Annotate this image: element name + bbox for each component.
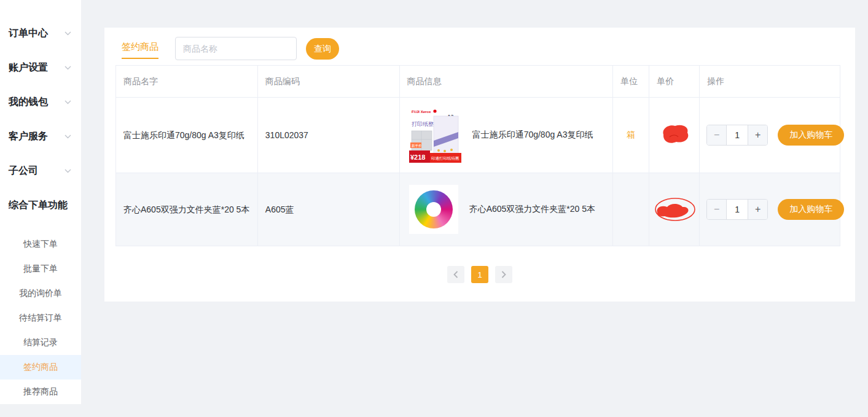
header-unit: 单位 [613, 66, 649, 98]
quantity-stepper: − + [706, 125, 768, 146]
header-actions: 操作 [700, 66, 840, 98]
next-page-button[interactable] [495, 266, 512, 283]
add-to-cart-button[interactable]: 加入购物车 [778, 125, 844, 146]
sidebar-group-customer-service[interactable]: 客户服务 [0, 119, 81, 154]
quantity-stepper: − + [706, 199, 768, 220]
tab-contracted-products[interactable]: 签约商品 [122, 41, 158, 59]
sidebar-item-contracted-products[interactable]: 签约商品 [0, 355, 81, 380]
chevron-down-icon [65, 100, 71, 104]
header-product-name: 商品名字 [116, 66, 258, 98]
sidebar-groups: 订单中心 账户设置 我的钱包 客户服务 子公司 [0, 0, 81, 222]
chevron-down-icon [65, 169, 71, 173]
sidebar-item-pending-settlement[interactable]: 待结算订单 [0, 306, 81, 330]
unit-cell [613, 173, 649, 246]
price-redaction-scribble [657, 122, 692, 148]
sidebar-group-combined-ordering[interactable]: 综合下单功能 [0, 188, 81, 222]
header-unit-price: 单价 [649, 66, 700, 98]
product-info-cell: FUJI Xerox A3 打印纸整箱 新手价 [400, 98, 614, 173]
product-info-cell: 齐心A605双强力文件夹蓝*20 5本 [400, 173, 614, 246]
chevron-right-icon [501, 271, 506, 278]
product-name-search-input[interactable] [175, 37, 297, 60]
header-product-info: 商品信息 [400, 66, 614, 98]
sidebar-item-batch-order[interactable]: 批量下单 [0, 257, 81, 281]
query-button[interactable]: 查询 [306, 38, 339, 60]
product-code-cell: 310L02037 [258, 98, 400, 173]
price-cell [649, 98, 700, 173]
product-image-comix-swirl-logo [409, 185, 458, 234]
sidebar-item-recommended-products[interactable]: 推荐商品 [0, 380, 81, 404]
previous-page-button[interactable] [447, 266, 464, 283]
chevron-left-icon [453, 271, 458, 278]
sidebar-group-label: 账户设置 [9, 61, 48, 74]
header-product-code: 商品编码 [258, 66, 400, 98]
product-image-fuji-xerox-a3-paper: FUJI Xerox A3 打印纸整箱 新手价 [409, 107, 461, 163]
price-redaction-scribble [652, 195, 697, 224]
products-table: 商品名字 商品编码 商品信息 单位 单价 操作 富士施乐印通70g/80g A3… [115, 65, 840, 246]
quantity-increase-button[interactable]: + [748, 125, 767, 145]
table-row: 齐心A605双强力文件夹蓝*20 5本 A605蓝 齐心A605双强力文件夹蓝*… [116, 173, 840, 246]
sidebar-group-my-wallet[interactable]: 我的钱包 [0, 85, 81, 119]
sidebar-group-label: 客户服务 [9, 130, 48, 143]
add-to-cart-button[interactable]: 加入购物车 [778, 199, 844, 220]
quantity-input[interactable] [727, 125, 748, 145]
chevron-down-icon [65, 134, 71, 139]
sidebar-group-subsidiary[interactable]: 子公司 [0, 154, 81, 188]
product-info-name: 富士施乐印通70g/80g A3复印纸 [472, 130, 593, 141]
price-cell [649, 173, 700, 246]
pagination: 1 [447, 266, 512, 283]
sidebar-group-account-settings[interactable]: 账户设置 [0, 50, 81, 85]
sidebar-group-order-center[interactable]: 订单中心 [0, 16, 81, 50]
actions-cell: − + 加入购物车 [700, 98, 840, 173]
table-row: 富士施乐印通70g/80g A3复印纸 310L02037 FUJI Xerox… [116, 98, 840, 173]
product-name-cell: 齐心A605双强力文件夹蓝*20 5本 [116, 173, 258, 246]
chevron-down-icon [65, 66, 71, 70]
quantity-decrease-button[interactable]: − [707, 200, 727, 219]
rainbow-swirl-icon [415, 190, 453, 228]
product-name-cell: 富士施乐印通70g/80g A3复印纸 [116, 98, 258, 173]
sidebar: 订单中心 账户设置 我的钱包 客户服务 子公司 [0, 0, 81, 404]
chevron-down-icon [65, 31, 71, 36]
sidebar-group-label: 综合下单功能 [9, 199, 68, 212]
quantity-input[interactable] [727, 200, 748, 219]
quantity-increase-button[interactable]: + [748, 200, 767, 219]
sidebar-item-my-inquiry[interactable]: 我的询价单 [0, 281, 81, 306]
sidebar-item-settlement-records[interactable]: 结算记录 [0, 330, 81, 355]
price-218-text: ¥218 [410, 154, 425, 161]
fuji-brand-text: FUJI Xerox [412, 110, 431, 114]
table-header-row: 商品名字 商品编码 商品信息 单位 单价 操作 [116, 66, 840, 98]
sidebar-group-label: 我的钱包 [9, 96, 48, 109]
sidebar-group-label: 子公司 [9, 165, 38, 177]
sidebar-item-quick-order[interactable]: 快速下单 [0, 232, 81, 257]
newbie-price-tag: 新手价 [412, 144, 422, 147]
promo-banner-text: 印通打印纸特惠 [431, 156, 459, 161]
sidebar-submenu: 快速下单 批量下单 我的询价单 待结算订单 结算记录 签约商品 推荐商品 [0, 232, 81, 404]
product-info-name: 齐心A605双强力文件夹蓝*20 5本 [469, 204, 595, 215]
fuji-logo-sphere [433, 109, 436, 112]
product-code-cell: A605蓝 [258, 173, 400, 246]
actions-cell: − + 加入购物车 [700, 173, 840, 246]
page-number-current[interactable]: 1 [471, 266, 488, 283]
content-card: 签约商品 查询 商品名字 商品编码 商品信息 单位 单价 操作 富士施乐印通70… [104, 28, 855, 302]
sidebar-group-label: 订单中心 [9, 27, 48, 40]
unit-cell: 箱 [613, 98, 649, 173]
quantity-decrease-button[interactable]: − [707, 125, 727, 145]
